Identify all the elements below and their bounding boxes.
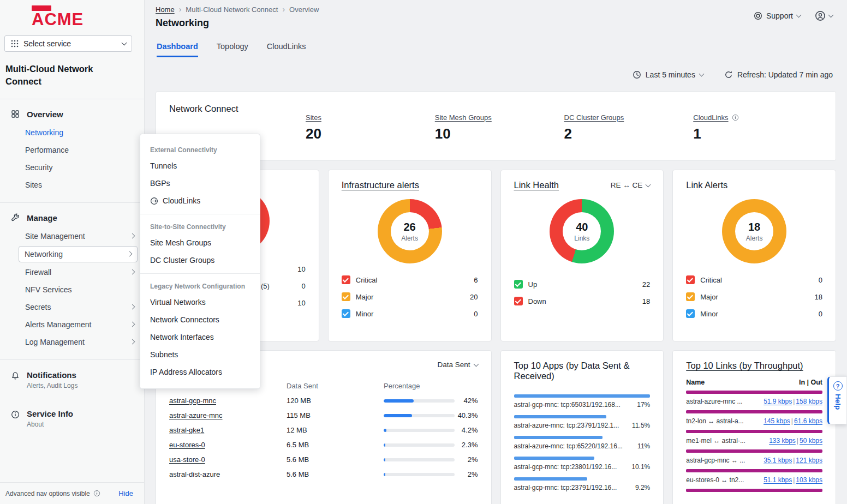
checkbox-critical[interactable]	[686, 275, 695, 284]
checkbox-critical[interactable]	[342, 275, 350, 284]
chevron-right-icon	[130, 339, 135, 345]
account-menu[interactable]	[815, 10, 833, 21]
link-health-title[interactable]: Link Health	[514, 180, 559, 190]
infrastructure-alerts-title[interactable]: Infrastructure alerts	[342, 180, 419, 190]
dc-cluster-groups-link[interactable]: DC Cluster Groups	[564, 113, 624, 122]
site-link[interactable]: astral-azure-mnc	[169, 411, 287, 419]
refresh-label: Refresh: Updated 7 min ago	[737, 70, 833, 79]
flyout-item-dc-cluster-groups[interactable]: DC Cluster Groups	[140, 251, 260, 269]
table-row: astral-gke1 12 MB 4.2%	[169, 423, 478, 437]
hide-advanced-nav-button[interactable]: Hide	[118, 489, 133, 497]
alerts-management-label: Alerts Management	[25, 320, 91, 329]
support-icon	[754, 11, 762, 20]
flyout-item-tunnels[interactable]: Tunnels	[140, 157, 260, 175]
in-link[interactable]: 51.9 kbps	[764, 398, 792, 405]
site-link[interactable]: usa-store-0	[169, 455, 287, 464]
cloudlinks-count: 1	[693, 125, 822, 142]
out-link[interactable]: 121 kbps	[796, 457, 822, 464]
site-link[interactable]: eu-stores-0	[169, 441, 287, 449]
breadcrumb-product[interactable]: Multi-Cloud Network Connect	[186, 5, 278, 14]
notifications-label: Notifications	[27, 370, 77, 380]
flyout-item-bgps[interactable]: BGPs	[140, 175, 260, 192]
info-icon[interactable]	[732, 114, 739, 121]
data-sent-filter[interactable]: Data Sent	[437, 361, 478, 369]
out-link[interactable]: 61.6 kbps	[794, 417, 822, 425]
sidebar-item-networking[interactable]: Networking	[0, 124, 144, 141]
in-link[interactable]: 51.1 kbps	[764, 476, 792, 484]
acme-logo[interactable]: ACME	[0, 0, 144, 29]
out-link[interactable]: 158 kbps	[796, 398, 822, 405]
service-selector[interactable]: Select service	[4, 35, 132, 52]
sites-link[interactable]: Sites	[306, 113, 321, 122]
checkbox-minor[interactable]	[342, 309, 350, 318]
sidebar-item-log-management[interactable]: Log Management	[0, 333, 144, 351]
chevron-down-icon	[646, 182, 651, 187]
out-link[interactable]: 50 kbps	[800, 437, 822, 445]
chevron-right-icon	[130, 304, 135, 310]
product-title: Multi-Cloud Network Connect	[5, 63, 131, 88]
flyout-item-virtual-networks[interactable]: Virtual Networks	[140, 293, 260, 311]
in-link[interactable]: 35.1 kbps	[764, 457, 792, 464]
flyout-item-cloudlinks[interactable]: CloudLinks	[140, 192, 260, 209]
wrench-icon	[11, 213, 20, 222]
sidebar-item-performance[interactable]: Performance	[0, 141, 144, 159]
site-link[interactable]: astral-gke1	[169, 426, 287, 434]
in-link[interactable]: 133 kbps	[769, 437, 796, 445]
sidebar-item-service-info[interactable]: Service Info About	[0, 403, 144, 434]
checkbox-down[interactable]	[514, 297, 523, 305]
top-links-title[interactable]: Top 10 Links (by Throughput)	[686, 361, 822, 371]
top-links-card: Top 10 Links (by Throughput) Name In | O…	[672, 350, 836, 504]
chevron-down-icon	[699, 71, 704, 77]
list-item: astral-azure-mnc: tcp:23791/192.1...11.5…	[514, 415, 651, 429]
tab-cloudlinks[interactable]: CloudLinks	[267, 42, 306, 57]
checkbox-up[interactable]	[514, 280, 523, 289]
in-link[interactable]: 145 kbps	[764, 417, 790, 425]
breadcrumb: Home › Multi-Cloud Network Connect › Ove…	[156, 5, 319, 14]
chevron-down-icon	[122, 40, 127, 45]
flyout-item-network-connectors[interactable]: Network Connectors	[140, 311, 260, 328]
checkbox-major[interactable]	[342, 292, 350, 301]
cloudlinks-link[interactable]: CloudLinks	[693, 113, 728, 122]
chevron-right-icon	[130, 322, 135, 327]
out-link[interactable]: 103 kbps	[796, 476, 822, 484]
flyout-section-title: Site-to-Site Connectivity	[140, 219, 260, 234]
site-link[interactable]: astral-gcp-mnc	[169, 397, 287, 405]
refresh-button[interactable]: Refresh: Updated 7 min ago	[724, 70, 833, 79]
page-title: Networking	[156, 17, 319, 29]
sidebar-item-site-management[interactable]: Site Management	[0, 227, 144, 245]
app-usage-bar	[514, 436, 603, 439]
sidebar-item-manage-networking[interactable]: Networking	[19, 246, 138, 262]
sidebar-item-secrets[interactable]: Secrets	[0, 298, 144, 316]
list-item: astral-gcp-mnc ↔ ... 35.1 kbps|121 kbps	[686, 449, 822, 464]
legend-row: Minor 0	[686, 309, 822, 318]
flyout-item-site-mesh-groups[interactable]: Site Mesh Groups	[140, 234, 260, 251]
networking-label: Networking	[25, 128, 63, 137]
site-mesh-groups-link[interactable]: Site Mesh Groups	[435, 113, 492, 122]
sidebar-item-manage[interactable]: Manage	[0, 208, 144, 227]
help-tab[interactable]: ? Help	[827, 376, 847, 424]
link-health-filter[interactable]: RE ↔ CE	[611, 181, 651, 189]
checkbox-major[interactable]	[686, 292, 695, 301]
flyout-item-subnets[interactable]: Subnets	[140, 346, 260, 363]
overview-section: Overview Networking Performance Security…	[0, 99, 144, 199]
clock-icon	[633, 70, 641, 79]
sidebar-item-notifications[interactable]: Notifications Alerts, Audit Logs	[0, 364, 144, 395]
link-alerts-title[interactable]: Link Alerts	[686, 180, 727, 190]
support-menu[interactable]: Support	[754, 11, 801, 20]
flyout-item-ip-address-allocators[interactable]: IP Address Allocators	[140, 363, 260, 381]
sidebar-item-alerts-management[interactable]: Alerts Management	[0, 316, 144, 333]
sidebar-item-firewall[interactable]: Firewall	[0, 263, 144, 281]
sidebar-item-nfv-services[interactable]: NFV Services	[0, 281, 144, 298]
checkbox-minor[interactable]	[686, 309, 695, 318]
legend-row: Major 18	[686, 292, 822, 301]
time-range-selector[interactable]: Last 5 minutes	[633, 70, 703, 79]
sidebar-item-security[interactable]: Security	[0, 159, 144, 176]
sidebar-item-overview[interactable]: Overview	[0, 105, 144, 124]
tab-topology[interactable]: Topology	[217, 42, 248, 57]
breadcrumb-home[interactable]: Home	[156, 5, 175, 14]
flyout-item-network-interfaces[interactable]: Network Interfaces	[140, 328, 260, 346]
tab-dashboard[interactable]: Dashboard	[157, 42, 198, 57]
time-range-label: Last 5 minutes	[646, 70, 695, 79]
notifications-sublabel: Alerts, Audit Logs	[27, 382, 77, 389]
sidebar-item-sites[interactable]: Sites	[0, 176, 144, 194]
